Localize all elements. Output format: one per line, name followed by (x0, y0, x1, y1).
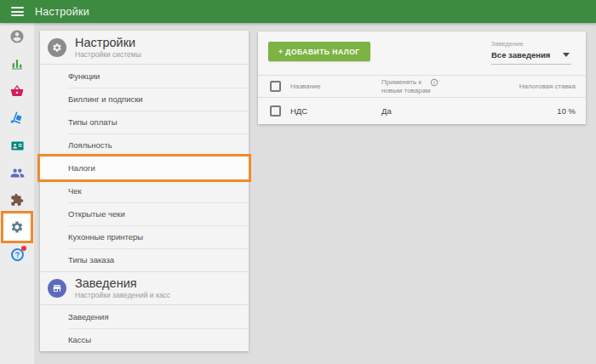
menu-item-receipt[interactable]: Чек (40, 179, 249, 202)
settings-menu-panel: Настройки Настройки системы Функции Билл… (40, 31, 249, 351)
venues-section-subtitle: Настройки заведений и касс (75, 291, 170, 299)
info-icon[interactable] (430, 78, 438, 87)
id-card-icon (10, 139, 25, 153)
menu-item-billing[interactable]: Биллинг и подписки (40, 88, 249, 111)
table-row-tax[interactable]: НДС Да 10 % (258, 98, 586, 124)
select-all-checkbox[interactable] (270, 81, 281, 92)
notification-badge (21, 246, 26, 251)
gear-icon (10, 220, 24, 234)
statistics-icon (10, 57, 24, 71)
menu-item-order-types[interactable]: Типы заказа (40, 248, 249, 271)
account-icon (9, 29, 25, 44)
menu-item-venues[interactable]: Заведения (40, 305, 249, 328)
sidebar-item-access[interactable] (3, 132, 31, 159)
tax-rate-cell: 10 % (492, 106, 576, 116)
settings-section-subtitle: Настройки системы (75, 50, 141, 59)
basket-icon (10, 84, 24, 98)
sidebar-item-help[interactable]: ? (3, 241, 31, 268)
menu-item-payment-types[interactable]: Типы оплаты (40, 111, 249, 134)
chevron-down-icon (563, 53, 570, 57)
people-icon (10, 166, 25, 180)
column-header-rate: Налоговая ставка (492, 82, 576, 90)
taxes-toolbar: + ДОБАВИТЬ НАЛОГ Заведение Все заведения (258, 31, 586, 75)
sidebar-item-apps[interactable] (3, 186, 31, 213)
tax-apply-cell: Да (381, 107, 492, 116)
venue-filter-label: Заведение (491, 40, 571, 48)
page-title: Настройки (35, 6, 89, 18)
hand-truck-icon (10, 111, 25, 126)
puzzle-icon (10, 193, 24, 207)
nav-iconbar: ? (0, 23, 34, 364)
menu-item-taxes[interactable]: Налоги (40, 156, 249, 179)
sidebar-item-products[interactable] (3, 77, 31, 105)
sidebar-item-statistics[interactable] (3, 50, 31, 77)
menu-item-functions[interactable]: Функции (40, 65, 249, 88)
column-header-name: Название (290, 82, 381, 90)
app-window: Настройки (0, 0, 596, 364)
menu-item-kitchen-printers[interactable]: Кухонные принтеры (40, 225, 249, 248)
taxes-table-header: Название Применять к новым товарам Налог… (258, 75, 586, 98)
venues-section-title: Заведения (75, 277, 170, 290)
sidebar-item-staff[interactable] (3, 159, 31, 186)
sidebar-item-account[interactable] (3, 23, 31, 50)
tax-name-cell: НДС (290, 106, 381, 116)
app-header: Настройки (0, 0, 596, 23)
menu-item-registers[interactable]: Кассы (40, 328, 249, 351)
sidebar-item-warehouse[interactable] (3, 105, 31, 132)
venue-filter-value: Все заведения (491, 50, 550, 60)
add-tax-button[interactable]: + ДОБАВИТЬ НАЛОГ (268, 42, 370, 61)
menu-item-open-receipts[interactable]: Открытые чеки (40, 202, 249, 225)
settings-section-gear-icon (48, 38, 66, 57)
venues-section-header: Заведения Настройки заведений и касс (40, 271, 249, 305)
settings-section-header: Настройки Настройки системы (40, 31, 249, 65)
venue-filter-select[interactable]: Заведение Все заведения (491, 40, 571, 65)
sidebar-item-settings[interactable] (3, 213, 31, 241)
settings-section-title: Настройки (75, 37, 141, 49)
hamburger-menu-icon[interactable] (11, 7, 24, 16)
venues-section-store-icon (48, 279, 66, 298)
menu-item-loyalty[interactable]: Лояльность (40, 134, 249, 156)
column-header-apply: Применять к новым товарам (381, 78, 492, 95)
taxes-card: + ДОБАВИТЬ НАЛОГ Заведение Все заведения… (258, 31, 586, 124)
row-checkbox[interactable] (270, 105, 281, 117)
